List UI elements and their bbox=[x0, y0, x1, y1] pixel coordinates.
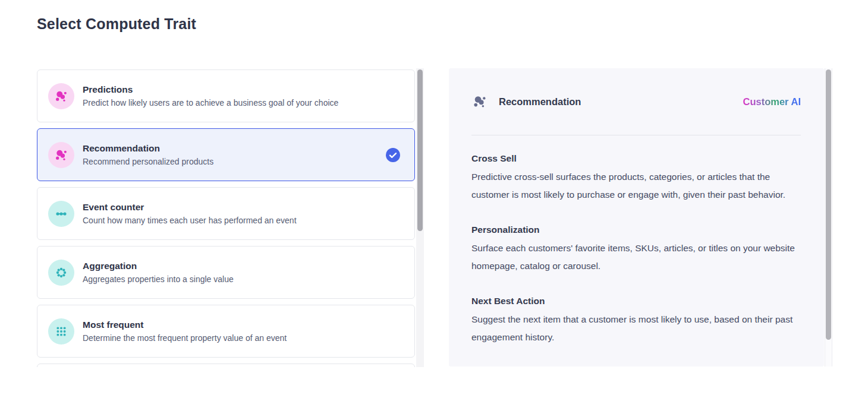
detail-title: Recommendation bbox=[499, 96, 581, 108]
trait-card-partial[interactable] bbox=[37, 364, 415, 367]
trait-card-title: Event counter bbox=[83, 202, 297, 213]
trait-card-description: Aggregates properties into a single valu… bbox=[83, 274, 234, 284]
section-body: Suggest the next item that a customer is… bbox=[471, 311, 802, 346]
trait-card-most-frequent[interactable]: Most frequent Determine the most frequen… bbox=[37, 305, 415, 358]
detail-panel-scrollbar-thumb[interactable] bbox=[826, 69, 831, 340]
select-computed-trait-dialog: Select Computed Trait Predictions Predic… bbox=[0, 0, 868, 395]
predictions-cluster-icon bbox=[48, 83, 74, 109]
section-heading: Cross Sell bbox=[471, 153, 801, 165]
trait-detail-panel: Recommendation Customer AI Cross Sell Pr… bbox=[449, 68, 824, 366]
trait-card-description: Recommend personalized products bbox=[83, 157, 213, 166]
section-body: Surface each customers' favorite items, … bbox=[471, 239, 802, 275]
trait-card-description: Predict how likely users are to achieve … bbox=[83, 98, 338, 108]
trait-list-scrollbar-thumb[interactable] bbox=[417, 69, 423, 231]
detail-section-next-best-action: Next Best Action Suggest the next item t… bbox=[471, 295, 801, 346]
trait-card-title: Recommendation bbox=[83, 143, 213, 154]
detail-section-cross-sell: Cross Sell Predictive cross-sell surface… bbox=[471, 153, 801, 204]
event-counter-icon bbox=[48, 201, 74, 227]
trait-card-recommendation[interactable]: Recommendation Recommend personalized pr… bbox=[37, 128, 415, 181]
trait-card-predictions[interactable]: Predictions Predict how likely users are… bbox=[37, 69, 415, 122]
selected-check-icon bbox=[386, 148, 400, 162]
trait-card-aggregation[interactable]: Aggregation Aggregates properties into a… bbox=[37, 246, 415, 299]
detail-divider bbox=[471, 135, 801, 135]
detail-section-personalization: Personalization Surface each customers' … bbox=[471, 224, 801, 275]
trait-list-scrollbar[interactable] bbox=[416, 68, 424, 367]
trait-card-event-counter[interactable]: Event counter Count how many times each … bbox=[37, 187, 415, 240]
section-heading: Next Best Action bbox=[471, 295, 801, 307]
section-heading: Personalization bbox=[471, 224, 801, 236]
trait-card-description: Determine the most frequent property val… bbox=[83, 333, 287, 343]
recommendation-cluster-icon bbox=[471, 93, 488, 110]
page-title: Select Computed Trait bbox=[37, 15, 196, 33]
trait-card-title: Aggregation bbox=[83, 261, 234, 271]
section-body: Predictive cross-sell surfaces the produ… bbox=[471, 168, 802, 204]
customer-ai-badge: Customer AI bbox=[743, 96, 801, 108]
trait-card-description: Count how many times each user has perfo… bbox=[83, 216, 297, 225]
aggregation-icon bbox=[48, 260, 74, 286]
detail-header: Recommendation Customer AI bbox=[471, 93, 801, 110]
trait-list: Predictions Predict how likely users are… bbox=[37, 69, 415, 367]
trait-card-title: Predictions bbox=[83, 84, 338, 95]
detail-panel-scrollbar[interactable] bbox=[825, 68, 832, 366]
trait-card-title: Most frequent bbox=[83, 320, 287, 330]
most-frequent-icon bbox=[48, 318, 74, 345]
recommendation-cluster-icon bbox=[48, 142, 74, 168]
